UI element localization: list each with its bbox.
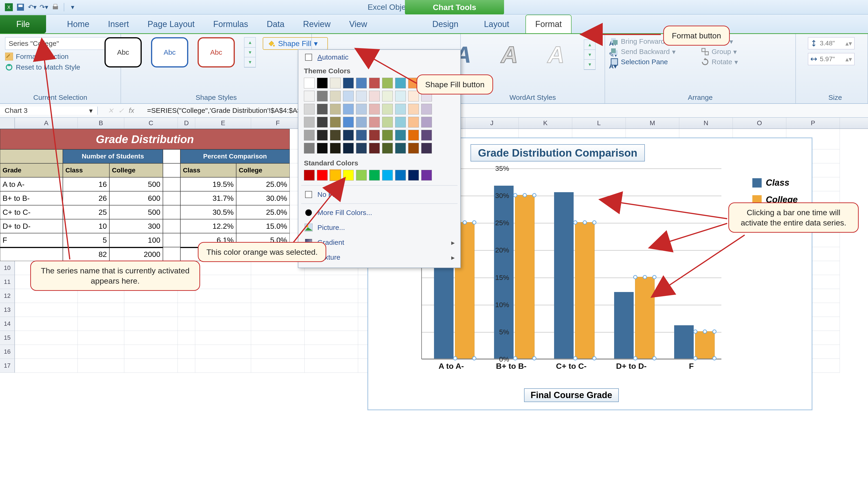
- cell[interactable]: [178, 345, 195, 359]
- color-swatch[interactable]: [343, 130, 354, 140]
- wordart-scroll[interactable]: ▴▾▾: [584, 39, 595, 70]
- quick-print-icon[interactable]: [51, 3, 60, 12]
- column-header-L[interactable]: L: [572, 118, 626, 128]
- cell[interactable]: [305, 331, 358, 345]
- cell[interactable]: [15, 345, 78, 359]
- save-icon[interactable]: [16, 3, 25, 12]
- color-swatch[interactable]: [330, 130, 341, 140]
- color-swatch[interactable]: [317, 91, 328, 101]
- cell[interactable]: [15, 317, 78, 331]
- color-swatch[interactable]: [330, 91, 341, 101]
- column-header-N[interactable]: N: [679, 118, 733, 128]
- color-swatch[interactable]: [369, 143, 380, 154]
- color-swatch[interactable]: [343, 170, 354, 181]
- color-swatch[interactable]: [330, 143, 341, 154]
- column-header-D[interactable]: D: [178, 118, 195, 128]
- cell[interactable]: [305, 289, 358, 303]
- cell[interactable]: [15, 289, 78, 303]
- column-header-A[interactable]: A: [15, 118, 78, 128]
- cell[interactable]: [78, 331, 124, 345]
- color-swatch[interactable]: [330, 104, 341, 115]
- color-swatch[interactable]: [304, 170, 315, 181]
- color-swatch[interactable]: [408, 91, 419, 101]
- color-swatch[interactable]: [408, 130, 419, 140]
- cell[interactable]: [251, 331, 305, 345]
- cell[interactable]: [15, 331, 78, 345]
- shape-style-gallery[interactable]: Abc Abc Abc ▴▾▾: [104, 37, 256, 67]
- color-swatch[interactable]: [317, 170, 328, 181]
- color-swatch[interactable]: [395, 91, 406, 101]
- tab-home[interactable]: Home: [58, 15, 99, 33]
- cell[interactable]: [124, 317, 178, 331]
- cell[interactable]: [195, 303, 251, 317]
- cell[interactable]: [251, 303, 305, 317]
- color-swatch[interactable]: [408, 117, 419, 128]
- fill-more-colors[interactable]: More Fill Colors...: [298, 205, 460, 220]
- color-swatch[interactable]: [356, 117, 367, 128]
- color-swatch[interactable]: [369, 130, 380, 140]
- color-swatch[interactable]: [382, 170, 393, 181]
- column-header-K[interactable]: K: [519, 118, 572, 128]
- cell[interactable]: [305, 317, 358, 331]
- cell[interactable]: [124, 289, 178, 303]
- color-swatch[interactable]: [382, 78, 393, 88]
- cell[interactable]: [124, 303, 178, 317]
- cell[interactable]: [195, 289, 251, 303]
- color-swatch[interactable]: [369, 104, 380, 115]
- color-swatch[interactable]: [421, 143, 432, 154]
- cell[interactable]: [78, 345, 124, 359]
- select-all-corner[interactable]: [0, 118, 15, 128]
- color-swatch[interactable]: [304, 143, 315, 154]
- color-swatch[interactable]: [330, 170, 341, 181]
- row-header-16[interactable]: 16: [0, 345, 15, 359]
- color-swatch[interactable]: [369, 117, 380, 128]
- bar-class[interactable]: [434, 252, 454, 358]
- color-swatch[interactable]: [421, 117, 432, 128]
- tab-design[interactable]: Design: [423, 15, 468, 33]
- cell[interactable]: [251, 317, 305, 331]
- color-swatch[interactable]: [317, 104, 328, 115]
- color-swatch[interactable]: [395, 104, 406, 115]
- color-swatch[interactable]: [395, 117, 406, 128]
- cell[interactable]: [124, 331, 178, 345]
- row-header-17[interactable]: 17: [0, 359, 15, 373]
- color-swatch[interactable]: [382, 104, 393, 115]
- color-swatch[interactable]: [356, 170, 367, 181]
- color-swatch[interactable]: [382, 143, 393, 154]
- bar-class[interactable]: [674, 325, 694, 358]
- format-selection-button[interactable]: Format Selection: [5, 53, 116, 61]
- color-swatch[interactable]: [395, 143, 406, 154]
- bar-college[interactable]: [695, 331, 715, 358]
- tab-data[interactable]: Data: [257, 15, 294, 33]
- color-swatch[interactable]: [304, 91, 315, 101]
- cell[interactable]: [78, 317, 124, 331]
- cell[interactable]: [124, 359, 178, 373]
- color-swatch[interactable]: [317, 78, 328, 88]
- cell[interactable]: [305, 275, 358, 289]
- color-swatch[interactable]: [304, 130, 315, 140]
- bar-college[interactable]: [515, 195, 534, 358]
- cell[interactable]: [305, 303, 358, 317]
- x-axis-title[interactable]: Final Course Grade: [524, 388, 619, 402]
- row-header-14[interactable]: 14: [0, 317, 15, 331]
- cell[interactable]: [178, 289, 195, 303]
- tab-file[interactable]: File: [0, 15, 46, 33]
- selection-pane-button[interactable]: Selection Pane: [610, 58, 694, 66]
- cell[interactable]: [195, 317, 251, 331]
- column-header-C[interactable]: C: [124, 118, 178, 128]
- color-swatch[interactable]: [317, 130, 328, 140]
- column-header-B[interactable]: B: [78, 118, 124, 128]
- color-swatch[interactable]: [408, 104, 419, 115]
- plot-area[interactable]: [421, 168, 721, 359]
- row-header-15[interactable]: 15: [0, 331, 15, 345]
- tab-page-layout[interactable]: Page Layout: [138, 15, 204, 33]
- cell[interactable]: [78, 359, 124, 373]
- column-header-M[interactable]: M: [626, 118, 679, 128]
- cell[interactable]: [178, 331, 195, 345]
- shape-height-input[interactable]: 3.48"▴▾: [808, 37, 855, 49]
- column-header-F[interactable]: F: [251, 118, 305, 128]
- cell[interactable]: [195, 359, 251, 373]
- cell[interactable]: [251, 345, 305, 359]
- bar-class[interactable]: [554, 192, 574, 358]
- cell[interactable]: [305, 359, 358, 373]
